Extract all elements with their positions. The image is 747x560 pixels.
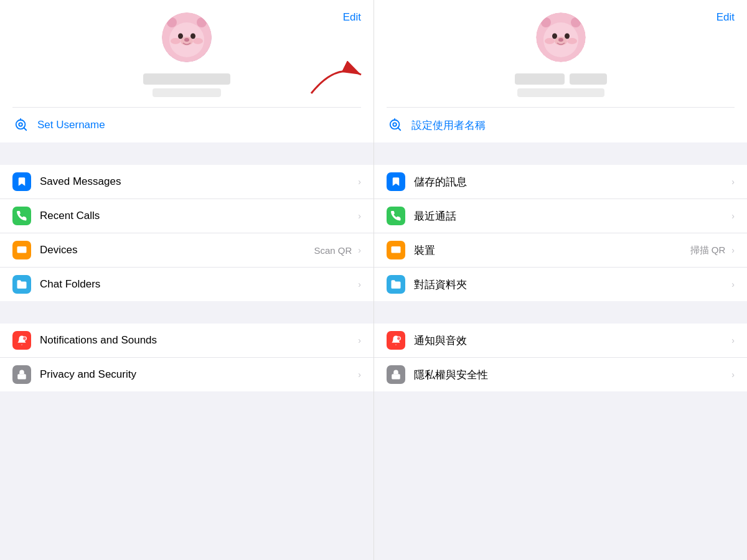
avatar-svg-left <box>162 12 212 62</box>
privacy-icon-left <box>12 365 31 384</box>
devices-label-right: 裝置 <box>414 243 690 258</box>
notifications-icon-left <box>12 331 31 350</box>
settings-group-1-left: Saved Messages › Recent Calls › Devices … <box>0 165 374 301</box>
svg-line-35 <box>398 128 400 130</box>
chat-folders-item-right[interactable]: 對話資料夾 › <box>374 268 747 301</box>
devices-chevron-left: › <box>358 245 361 255</box>
svg-point-3 <box>167 17 177 27</box>
section-divider-2-left <box>0 301 374 324</box>
privacy-label-right: 隱私權與安全性 <box>414 368 729 382</box>
privacy-chevron-left: › <box>358 370 361 380</box>
saved-messages-chevron-right: › <box>731 177 735 187</box>
profile-phone-blur-right <box>517 88 604 97</box>
svg-point-9 <box>184 38 189 42</box>
chat-folders-item-left[interactable]: Chat Folders › <box>0 268 374 301</box>
svg-point-32 <box>567 38 577 44</box>
saved-messages-label-left: Saved Messages <box>40 175 355 188</box>
profile-header-left: Edit <box>0 0 374 107</box>
username-icon-left <box>12 116 30 134</box>
svg-point-13 <box>19 123 22 126</box>
recent-calls-chevron-right: › <box>731 211 735 221</box>
svg-point-24 <box>541 17 551 27</box>
recent-calls-label-left: Recent Calls <box>40 210 355 222</box>
svg-point-34 <box>393 123 397 126</box>
section-divider-1-left <box>0 142 374 165</box>
devices-item-left[interactable]: Devices Scan QR › <box>0 233 374 268</box>
set-username-row-right[interactable]: 設定使用者名稱 <box>387 107 735 142</box>
svg-rect-20 <box>17 374 26 379</box>
devices-icon-right <box>387 241 405 259</box>
svg-rect-16 <box>17 246 27 253</box>
chat-folders-chevron-left: › <box>358 279 361 289</box>
recent-calls-item-left[interactable]: Recent Calls › <box>0 199 374 233</box>
profile-name-blur-right <box>515 73 607 85</box>
saved-messages-chevron-left: › <box>358 177 361 187</box>
devices-item-right[interactable]: 裝置 掃描 QR › <box>374 233 747 268</box>
profile-phone-blur-left <box>153 88 221 97</box>
avatar-right <box>536 12 586 62</box>
privacy-icon-right <box>387 365 405 384</box>
devices-secondary-right: 掃描 QR <box>690 245 726 256</box>
edit-button-left[interactable]: Edit <box>343 11 361 24</box>
avatar-svg-right <box>536 12 586 62</box>
set-username-row-left[interactable]: Set Username <box>12 107 361 142</box>
privacy-item-right[interactable]: 隱私權與安全性 › <box>374 358 747 391</box>
notifications-item-right[interactable]: 通知與音效 › <box>374 324 747 358</box>
section-divider-2-right <box>374 301 747 324</box>
saved-messages-icon-left <box>12 172 31 191</box>
recent-calls-icon-right <box>387 207 405 225</box>
username-icon-right <box>387 116 404 134</box>
saved-messages-label-right: 儲存的訊息 <box>414 175 729 189</box>
profile-name-blur-left <box>143 73 230 85</box>
chat-folders-chevron-right: › <box>731 279 735 289</box>
svg-rect-37 <box>392 246 401 253</box>
notifications-chevron-left: › <box>358 335 361 345</box>
svg-point-31 <box>545 38 555 44</box>
devices-icon-left <box>12 241 31 259</box>
saved-messages-item-right[interactable]: 儲存的訊息 › <box>374 165 747 199</box>
svg-line-14 <box>24 128 26 130</box>
recent-calls-label-right: 最近通話 <box>414 209 729 223</box>
edit-button-right[interactable]: Edit <box>716 11 735 24</box>
chat-folders-label-left: Chat Folders <box>40 278 355 291</box>
settings-group-2-left: Notifications and Sounds › Privacy and S… <box>0 324 374 391</box>
right-panel: Edit <box>374 0 747 560</box>
svg-point-4 <box>197 17 207 27</box>
saved-messages-icon-right <box>387 172 405 191</box>
saved-messages-item-left[interactable]: Saved Messages › <box>0 165 374 199</box>
recent-calls-icon-left <box>12 207 31 225</box>
settings-group-1-right: 儲存的訊息 › 最近通話 › 裝置 掃描 QR › <box>374 165 747 301</box>
svg-point-30 <box>558 38 563 42</box>
devices-secondary-left: Scan QR <box>314 245 352 256</box>
devices-chevron-right: › <box>731 245 735 255</box>
recent-calls-item-right[interactable]: 最近通話 › <box>374 199 747 233</box>
notifications-label-right: 通知與音效 <box>414 334 729 348</box>
recent-calls-chevron-left: › <box>358 211 361 221</box>
section-divider-1-right <box>374 142 747 165</box>
svg-rect-41 <box>392 374 400 379</box>
profile-header-right: Edit <box>374 0 747 107</box>
svg-point-19 <box>23 337 27 340</box>
privacy-label-left: Privacy and Security <box>40 368 355 381</box>
main-container: Edit <box>0 0 747 560</box>
privacy-item-left[interactable]: Privacy and Security › <box>0 358 374 391</box>
devices-label-left: Devices <box>40 244 314 256</box>
settings-group-2-right: 通知與音效 › 隱私權與安全性 › <box>374 324 747 391</box>
set-username-label-right: 設定使用者名稱 <box>411 118 486 133</box>
chat-folders-label-right: 對話資料夾 <box>414 278 729 292</box>
svg-point-11 <box>193 38 203 44</box>
privacy-chevron-right: › <box>731 370 735 380</box>
username-section-left: Set Username <box>0 107 374 142</box>
username-section-right: 設定使用者名稱 <box>374 107 747 142</box>
notifications-chevron-right: › <box>731 335 735 345</box>
notifications-icon-right <box>387 331 405 350</box>
left-panel: Edit <box>0 0 374 560</box>
set-username-label-left: Set Username <box>37 119 105 131</box>
svg-point-10 <box>171 38 181 44</box>
notifications-label-left: Notifications and Sounds <box>40 334 355 347</box>
notifications-item-left[interactable]: Notifications and Sounds › <box>0 324 374 358</box>
chat-folders-icon-left <box>12 275 31 294</box>
chat-folders-icon-right <box>387 275 405 294</box>
avatar-left <box>162 12 212 62</box>
svg-point-40 <box>397 337 401 340</box>
